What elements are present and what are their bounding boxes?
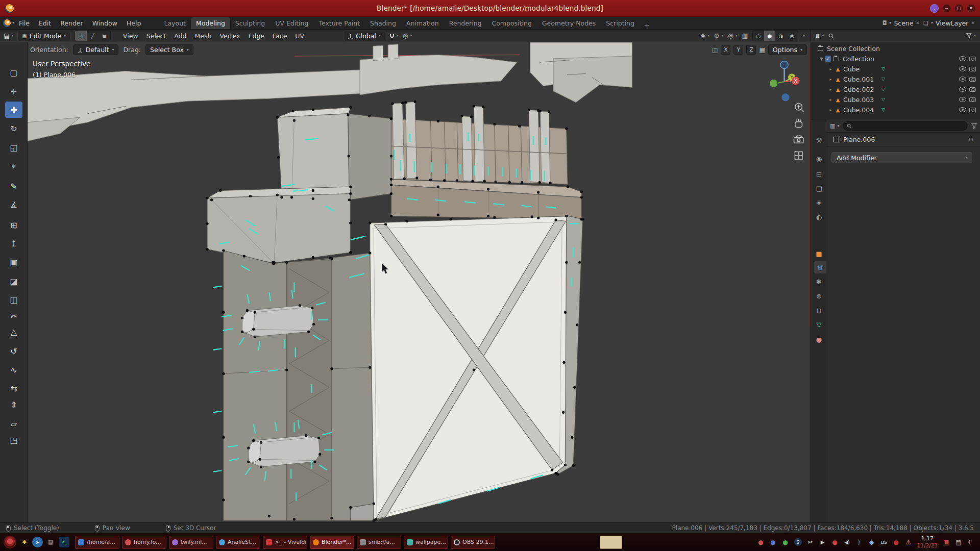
camera-icon[interactable] [969,67,976,71]
menu-uv[interactable]: UV [291,32,308,40]
task-browser-1[interactable]: horny.lo... [122,536,166,549]
add-modifier-button[interactable]: Add Modifier ▾ [831,152,972,163]
filter-icon[interactable] [971,123,977,129]
search-icon[interactable] [828,33,834,39]
viewport-canvas[interactable]: Y X [28,42,811,522]
mirror-icon[interactable]: ◫ [712,46,718,54]
tab-modifiers[interactable]: ⚙ [814,261,826,273]
outliner-row-cube[interactable]: ▸ ▲ Cube.001 ▽ [811,74,980,84]
task-browser-2[interactable]: twily.inf... [169,536,213,549]
tab-constraints[interactable]: ⊓ [813,304,825,316]
indicator-green-icon[interactable]: ● [782,539,789,546]
tab-view-layer[interactable]: ❏ [813,183,825,195]
tab-scripting[interactable]: Scripting [601,17,640,29]
menu-select[interactable]: Select [142,32,170,40]
tool-move[interactable]: ✚ [5,102,22,118]
tool-knife[interactable]: ✂ [5,308,22,324]
scissors-icon[interactable]: ✂ [807,539,814,546]
expand-closed-icon[interactable]: ▸ [827,108,834,112]
menu-render[interactable]: Render [56,17,88,29]
outliner-row-cube[interactable]: ▸ ▲ Cube.002 ▽ [811,84,980,94]
camera-icon[interactable] [969,57,976,61]
launcher-files-icon[interactable]: ▤ [45,537,56,547]
show-gizmo-dropdown[interactable]: ⊕ ▾ [714,32,723,39]
viewport-3d[interactable]: Y X Orientation: Default ▾ Drag: Select … [28,42,811,522]
tool-cursor[interactable]: + [5,83,22,99]
tool-smooth[interactable]: ∿ [5,362,22,378]
orientation-dropdown-global[interactable]: Global ▾ [343,31,385,41]
mirror-z-button[interactable]: Z [746,45,756,55]
outliner-row-collection[interactable]: ▼ ✓ Collection [811,54,980,64]
task-smb[interactable]: smb://a... [357,536,401,549]
rendered-shading-button[interactable]: ◉ [787,31,798,41]
menu-edit[interactable]: Edit [34,17,56,29]
eye-icon[interactable] [959,97,966,102]
mode-dropdown[interactable]: ▣ Edit Mode ▾ [17,31,70,41]
tool-select-box[interactable]: ▢ [5,64,22,81]
tab-scene[interactable]: ◈ [813,196,825,208]
tab-texture-paint[interactable]: Texture Paint [313,17,365,29]
tab-animation[interactable]: Animation [401,17,444,29]
keyboard-layout-indicator[interactable]: us [880,539,888,545]
tool-rotate[interactable]: ↻ [5,120,22,137]
orientation-dropdown[interactable]: Default ▾ [73,44,119,55]
eye-icon[interactable] [959,87,966,92]
eye-icon[interactable] [959,66,966,71]
alert-icon[interactable]: ● [893,539,900,546]
volume-icon[interactable]: ◀) [844,540,851,545]
shade-button[interactable]: ⌄ [930,4,939,13]
tab-sculpting[interactable]: Sculpting [230,17,270,29]
expand-closed-icon[interactable]: ▸ [827,67,834,71]
notes-swatch[interactable] [600,536,622,549]
snap-toggle[interactable]: ▾ [389,33,399,39]
task-files[interactable]: /home/a... [75,536,119,549]
unlink-icon[interactable]: ✕ [916,20,920,26]
blender-menu-icon[interactable] [3,19,11,27]
task-vivaldi[interactable]: >_ - Vivaldi [263,536,307,549]
expand-closed-icon[interactable]: ▸ [827,77,834,82]
proportional-edit-toggle[interactable]: ◎ ▾ [403,32,412,39]
start-menu-icon[interactable] [4,536,16,548]
eye-icon[interactable] [959,77,966,82]
outliner-row-scene-collection[interactable]: Scene Collection [811,43,980,54]
camera-icon[interactable] [969,97,976,102]
tab-object[interactable]: ■ [813,247,825,260]
indicator-blue-icon[interactable]: ● [770,539,777,546]
maximize-button[interactable]: ▢ [954,4,963,13]
expand-closed-icon[interactable]: ▸ [827,97,834,102]
tab-geometry-nodes[interactable]: Geometry Nodes [537,17,601,29]
close-button[interactable]: ✕ [967,4,975,13]
indicator-red-icon[interactable]: ● [757,539,765,546]
launcher-bird-icon[interactable]: ➤ [32,537,43,547]
task-wallpaper[interactable]: wallpape... [404,536,448,549]
camera-icon[interactable] [969,108,976,112]
tab-layout[interactable]: Layout [159,17,191,29]
wireframe-shading-button[interactable]: ○ [753,31,764,41]
tool-transform[interactable]: ⌖ [5,158,22,174]
filter-button[interactable]: ▾ [966,33,976,38]
menu-help[interactable]: Help [122,17,146,29]
tool-bevel[interactable]: ◪ [5,273,22,289]
pin-icon[interactable]: ⊙ [969,136,973,143]
menu-view[interactable]: View [119,32,142,40]
bluetooth-icon[interactable]: ᛒ [856,539,863,546]
menu-vertex[interactable]: Vertex [215,32,244,40]
tab-material[interactable]: ● [813,333,825,345]
tool-scale[interactable]: ◱ [5,139,22,156]
mirror-y-button[interactable]: Y [733,45,743,55]
tab-uv-editing[interactable]: UV Editing [270,17,313,29]
mirror-x-button[interactable]: X [721,45,730,55]
menu-window[interactable]: Window [88,17,122,29]
search-input[interactable] [854,122,964,130]
options-dropdown[interactable]: Options ▾ [768,44,807,55]
shield-icon[interactable]: ◆ [868,539,875,546]
tool-inset-faces[interactable]: ▣ [5,254,22,270]
launcher-terminal-icon[interactable]: >_ [59,537,69,547]
menu-mesh[interactable]: Mesh [191,32,216,40]
tool-edge-slide[interactable]: ⇆ [5,380,22,396]
vertex-select-button[interactable]: ∷ [75,31,87,41]
night-light-icon[interactable]: ☾ [967,539,974,546]
warning-icon[interactable]: ⚠ [905,539,912,546]
play-icon[interactable]: ▶ [819,539,826,545]
record-icon[interactable]: ● [831,539,839,546]
